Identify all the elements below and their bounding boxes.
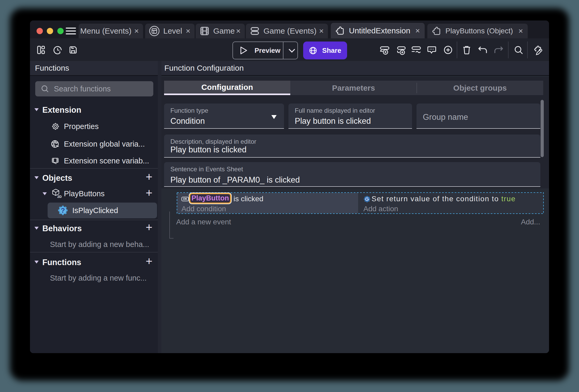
svg-text:?: ? — [61, 207, 65, 214]
svg-text:2D: 2D — [57, 195, 62, 199]
